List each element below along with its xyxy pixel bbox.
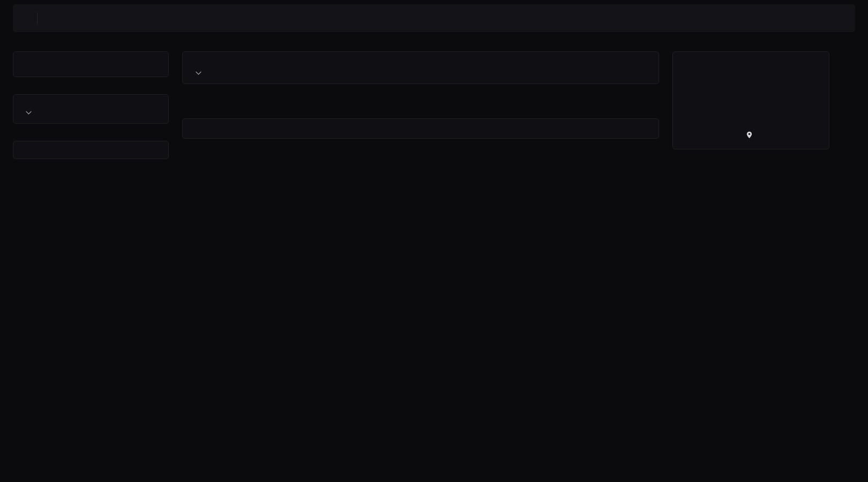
- content-columns: [13, 45, 868, 167]
- rss-show-more-button[interactable]: [22, 111, 32, 115]
- calendar-widget: [13, 51, 169, 77]
- weather-time-axis: [687, 114, 815, 123]
- twitch-card: [13, 141, 169, 159]
- location-pin-icon: [746, 131, 752, 140]
- logo-divider: [37, 12, 38, 24]
- dashboard-page: [0, 0, 868, 482]
- hn-show-more-button[interactable]: [192, 71, 201, 75]
- calendar-card: [13, 51, 169, 77]
- hackernews-card: [182, 51, 659, 84]
- hackernews-widget: [182, 51, 659, 84]
- weather-location: [682, 131, 820, 140]
- subreddit-widget: [182, 118, 659, 139]
- chevron-down-icon: [196, 71, 201, 75]
- rss-widget: [13, 94, 169, 124]
- left-column: [13, 45, 169, 159]
- subreddit-card: [182, 118, 659, 139]
- topbar: [13, 4, 855, 32]
- twitch-widget: [13, 141, 169, 159]
- center-column: [182, 45, 659, 139]
- right-column: [672, 45, 829, 167]
- chevron-down-icon: [26, 111, 32, 115]
- weather-card: [672, 51, 829, 149]
- rss-card: [13, 94, 169, 124]
- weather-chart: [687, 78, 815, 110]
- weather-widget: [672, 51, 829, 149]
